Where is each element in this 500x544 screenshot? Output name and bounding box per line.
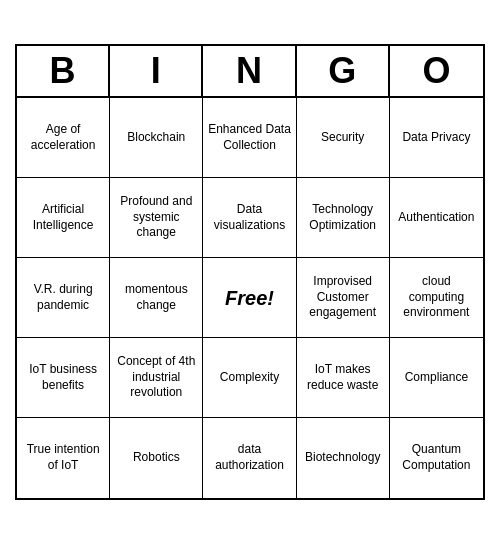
bingo-cell-text-0: Age of acceleration	[21, 122, 105, 153]
bingo-cell-text-15: IoT business benefits	[21, 362, 105, 393]
bingo-cell-12[interactable]: Free!	[203, 258, 296, 338]
bingo-cell-24[interactable]: Quantum Computation	[390, 418, 483, 498]
bingo-cell-text-4: Data Privacy	[402, 130, 470, 146]
bingo-cell-7[interactable]: Data visualizations	[203, 178, 296, 258]
bingo-card: BINGO Age of accelerationBlockchainEnhan…	[15, 44, 485, 500]
bingo-cell-text-3: Security	[321, 130, 364, 146]
header-letter-N: N	[203, 46, 296, 96]
bingo-cell-21[interactable]: Robotics	[110, 418, 203, 498]
bingo-header: BINGO	[17, 46, 483, 98]
bingo-cell-text-8: Technology Optimization	[301, 202, 385, 233]
bingo-cell-text-24: Quantum Computation	[394, 442, 479, 473]
bingo-cell-3[interactable]: Security	[297, 98, 390, 178]
bingo-cell-18[interactable]: IoT makes reduce waste	[297, 338, 390, 418]
bingo-cell-1[interactable]: Blockchain	[110, 98, 203, 178]
bingo-cell-text-13: Improvised Customer engagement	[301, 274, 385, 321]
bingo-cell-0[interactable]: Age of acceleration	[17, 98, 110, 178]
bingo-cell-14[interactable]: cloud computing environment	[390, 258, 483, 338]
bingo-cell-13[interactable]: Improvised Customer engagement	[297, 258, 390, 338]
bingo-cell-text-5: Artificial Intelligence	[21, 202, 105, 233]
bingo-cell-text-12: Free!	[225, 285, 274, 311]
bingo-cell-text-18: IoT makes reduce waste	[301, 362, 385, 393]
bingo-cell-8[interactable]: Technology Optimization	[297, 178, 390, 258]
bingo-cell-19[interactable]: Compliance	[390, 338, 483, 418]
header-letter-O: O	[390, 46, 483, 96]
bingo-cell-text-9: Authentication	[398, 210, 474, 226]
bingo-cell-text-23: Biotechnology	[305, 450, 380, 466]
bingo-cell-text-10: V.R. during pandemic	[21, 282, 105, 313]
bingo-grid: Age of accelerationBlockchainEnhanced Da…	[17, 98, 483, 498]
bingo-cell-text-6: Profound and systemic change	[114, 194, 198, 241]
bingo-cell-17[interactable]: Complexity	[203, 338, 296, 418]
bingo-cell-text-21: Robotics	[133, 450, 180, 466]
header-letter-G: G	[297, 46, 390, 96]
bingo-cell-6[interactable]: Profound and systemic change	[110, 178, 203, 258]
bingo-cell-text-19: Compliance	[405, 370, 468, 386]
bingo-cell-text-14: cloud computing environment	[394, 274, 479, 321]
bingo-cell-text-7: Data visualizations	[207, 202, 291, 233]
bingo-cell-5[interactable]: Artificial Intelligence	[17, 178, 110, 258]
bingo-cell-text-17: Complexity	[220, 370, 279, 386]
bingo-cell-11[interactable]: momentous change	[110, 258, 203, 338]
bingo-cell-text-20: True intention of IoT	[21, 442, 105, 473]
bingo-cell-15[interactable]: IoT business benefits	[17, 338, 110, 418]
bingo-cell-20[interactable]: True intention of IoT	[17, 418, 110, 498]
bingo-cell-text-1: Blockchain	[127, 130, 185, 146]
header-letter-I: I	[110, 46, 203, 96]
bingo-cell-4[interactable]: Data Privacy	[390, 98, 483, 178]
bingo-cell-text-22: data authorization	[207, 442, 291, 473]
header-letter-B: B	[17, 46, 110, 96]
bingo-cell-2[interactable]: Enhanced Data Collection	[203, 98, 296, 178]
bingo-cell-10[interactable]: V.R. during pandemic	[17, 258, 110, 338]
bingo-cell-9[interactable]: Authentication	[390, 178, 483, 258]
bingo-cell-text-16: Concept of 4th industrial revolution	[114, 354, 198, 401]
bingo-cell-22[interactable]: data authorization	[203, 418, 296, 498]
bingo-cell-text-11: momentous change	[114, 282, 198, 313]
bingo-cell-23[interactable]: Biotechnology	[297, 418, 390, 498]
bingo-cell-text-2: Enhanced Data Collection	[207, 122, 291, 153]
bingo-cell-16[interactable]: Concept of 4th industrial revolution	[110, 338, 203, 418]
